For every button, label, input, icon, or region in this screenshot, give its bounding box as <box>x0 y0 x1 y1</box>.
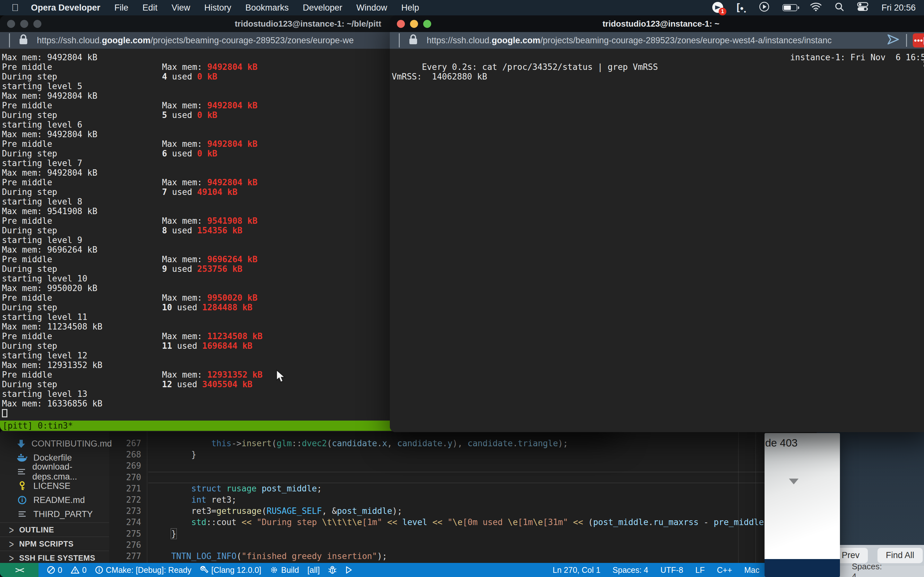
code-token: . <box>513 438 518 448</box>
menu-item-developer[interactable]: Developer <box>303 3 342 13</box>
background-spaces-label[interactable]: Spaces: 4 <box>852 562 882 577</box>
statusbar-item[interactable] <box>328 566 336 574</box>
code-token: :: <box>206 517 216 527</box>
send-arrow-icon[interactable] <box>886 33 900 48</box>
lastpass-extension-icon[interactable]: •••| <box>913 33 924 47</box>
code-token: \e <box>452 517 462 527</box>
code-line[interactable] <box>151 540 817 551</box>
code-token: ); <box>558 438 568 448</box>
mouse-cursor <box>275 369 288 385</box>
find-all-button[interactable]: Find All <box>877 548 923 563</box>
menu-app-name[interactable]: Opera Developer <box>31 3 100 13</box>
url-text[interactable]: https://ssh.cloud.google.com/projects/be… <box>427 35 883 45</box>
statusbar-item[interactable] <box>345 566 352 574</box>
statusbar-item-build[interactable]: Build <box>270 566 299 575</box>
terminal-output-right[interactable]: Every 0.2s: cat /proc/34352/status | gre… <box>390 49 924 432</box>
statusbar-item-utf-8[interactable]: UTF-8 <box>660 566 683 575</box>
step-number: 10 <box>162 303 172 312</box>
file-label: THIRD_PARTY <box>33 509 93 519</box>
mem-value: 9492804 kB <box>207 139 258 149</box>
vmrss-output: VmRSS: 14062880 kB <box>392 72 487 81</box>
terminal-line-left: During step <box>2 149 57 158</box>
code-token: & <box>332 506 337 516</box>
sidebar-file-third-party[interactable]: THIRD_PARTY <box>0 507 109 521</box>
code-line[interactable] <box>151 472 817 483</box>
code-line[interactable]: TNTN_LOG_INFO("finished greedy insertion… <box>151 551 817 562</box>
used-label: used <box>167 72 197 81</box>
statusbar-item-c-[interactable]: C++ <box>717 566 732 575</box>
chevron-right-icon: > <box>9 524 14 536</box>
lock-icon[interactable] <box>408 34 418 47</box>
used-value: 0 kB <box>197 149 218 158</box>
url-text[interactable]: https://ssh.cloud.google.com/projects/be… <box>37 35 354 45</box>
statusbar-label: Spaces: 4 <box>612 566 648 575</box>
code-line[interactable]: ret3=getrusage(RUSAGE_SELF, &post_middle… <box>151 506 817 517</box>
code-token: cout <box>216 517 237 527</box>
wrench-icon <box>200 566 209 574</box>
right-address-bar[interactable]: https://ssh.cloud.google.com/projects/be… <box>390 32 924 49</box>
terminal-line-right: Max mem: 9492804 kB <box>162 62 257 72</box>
menu-item-view[interactable]: View <box>172 3 190 13</box>
dropdown-arrow-icon[interactable] <box>789 479 798 484</box>
statusbar-item-lf[interactable]: LF <box>695 566 704 575</box>
menu-item-window[interactable]: Window <box>357 3 387 13</box>
terminal-line-left: starting level 8 <box>2 197 82 206</box>
code-line[interactable]: std::cout << "During step \t\t\t\e[1m" <… <box>151 517 817 528</box>
terminal-line-left: starting level 6 <box>2 120 82 129</box>
code-line[interactable]: } <box>151 528 817 540</box>
statusbar-item-mac[interactable]: Mac <box>744 566 759 575</box>
sidebar-file-license[interactable]: LICENSE <box>0 479 109 493</box>
sidebar-section-outline[interactable]: >OUTLINE <box>0 522 109 537</box>
spotlight-search-icon[interactable] <box>835 2 844 14</box>
statusbar-item--all-[interactable]: [all] <box>307 566 320 575</box>
code-token: int <box>191 495 206 504</box>
code-line[interactable]: struct rusage post_middle; <box>151 483 817 494</box>
notification-app-icon[interactable]: 1 <box>712 2 724 13</box>
lock-icon[interactable] <box>18 34 29 47</box>
section-label: NPM SCRIPTS <box>19 540 74 548</box>
code-token: insert <box>242 438 272 448</box>
sidebar-file-download-deps-cma-[interactable]: download-deps.cma... <box>0 465 109 479</box>
code-token: candidate <box>467 438 513 448</box>
statusbar-item-cmake-debug-ready[interactable]: CMake: [Debug]: Ready <box>95 566 192 575</box>
right-title-bar[interactable]: tridostudio123@instance-1: ~ <box>390 15 924 32</box>
menu-item-edit[interactable]: Edit <box>142 3 158 13</box>
code-line[interactable] <box>151 460 817 472</box>
statusbar-item-ln-270-col-1[interactable]: Ln 270, Col 1 <box>553 566 601 575</box>
mem-label: Max mem: <box>162 370 207 380</box>
statusbar-label: LF <box>695 566 704 575</box>
apple-menu-icon[interactable]:  <box>11 2 19 13</box>
vscode-sidebar: CONTRIBUTING.mdDockerfiledownload-deps.c… <box>0 430 109 563</box>
statusbar-item-0[interactable]: 0 <box>47 566 62 575</box>
control-center-icon[interactable] <box>857 2 869 14</box>
statusbar-item--clang-12-0-0-[interactable]: [Clang 12.0.0] <box>200 566 262 575</box>
used-value: 1284488 kB <box>202 303 252 312</box>
window-title: tridostudio123@instance-1: ~ <box>390 19 924 29</box>
code-token: ( <box>262 506 267 516</box>
code-token: rusage <box>226 484 257 493</box>
statusbar-item-0[interactable]: 0 <box>71 566 87 575</box>
code-line[interactable]: this->insert(glm::dvec2(candidate.x, can… <box>151 438 817 449</box>
shortcuts-icon[interactable]: [●● <box>737 2 746 14</box>
sidebar-file-contributing-md[interactable]: CONTRIBUTING.md <box>0 437 109 451</box>
statusbar-label: C++ <box>717 566 732 575</box>
used-label: used <box>172 341 202 351</box>
sidebar-section-npm-scripts[interactable]: >NPM SCRIPTS <box>0 537 109 551</box>
menubar-clock[interactable]: Fri 20:56 <box>881 3 916 13</box>
code-line[interactable]: } <box>151 449 817 460</box>
menu-item-bookmarks[interactable]: Bookmarks <box>246 3 289 13</box>
statusbar-item-spaces-4[interactable]: Spaces: 4 <box>612 566 648 575</box>
play-circle-icon[interactable] <box>759 1 770 15</box>
code-line[interactable]: int ret3; <box>151 494 817 506</box>
menu-item-help[interactable]: Help <box>401 3 419 13</box>
terminal-line-left: Max mem: 9696264 kB <box>2 245 97 255</box>
menu-item-history[interactable]: History <box>204 3 231 13</box>
menu-items: FileEditViewHistoryBookmarksDeveloperWin… <box>115 3 433 13</box>
key-icon <box>17 481 27 491</box>
battery-icon[interactable] <box>782 4 797 11</box>
wifi-icon[interactable] <box>810 2 822 13</box>
menu-item-file[interactable]: File <box>115 3 129 13</box>
sidebar-file-readme-md[interactable]: README.md <box>0 493 109 507</box>
remote-indicator[interactable]: >< <box>0 563 39 577</box>
terminal-window-right: tridostudio123@instance-1: ~ https://ssh… <box>390 15 924 432</box>
